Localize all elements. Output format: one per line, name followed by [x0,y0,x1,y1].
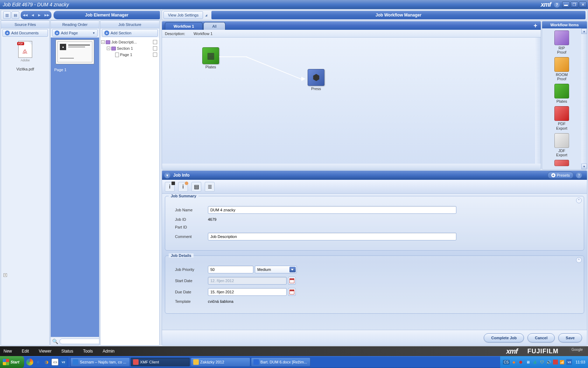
ql-desktop-icon[interactable]: ▭ [51,359,58,366]
canvas-vscrollbar[interactable] [535,38,541,164]
page-search-input[interactable] [59,339,99,344]
help-icon[interactable]: ? [554,1,560,8]
tray-vnc-icon[interactable]: V2 [566,359,572,365]
items-scrollbar[interactable]: ▲ ▼ [581,28,587,169]
checkbox[interactable] [153,40,157,44]
tray-icon[interactable]: 🖥 [525,359,531,365]
info-tab-4[interactable]: ≣ [205,182,215,192]
tray-icon[interactable]: 🔊 [546,359,552,365]
ql-media-icon[interactable]: ◑ [43,359,50,366]
workflow-node-plates[interactable]: ▦ Plates [202,47,219,69]
add-documents-button[interactable]: + Add Documents [2,29,48,37]
help-icon[interactable]: ? [576,172,582,178]
tab-workflow-1[interactable]: Workflow 1 [165,22,203,30]
ql-vnc-icon[interactable]: V2 [60,359,67,366]
nav-next-icon[interactable]: ▶ [38,13,41,17]
checkbox[interactable] [153,46,157,50]
collapse-icon[interactable]: ⌃ [576,198,582,203]
start-button[interactable]: Start [0,356,24,368]
close-button[interactable]: ✕ [579,1,587,8]
view-job-settings-button[interactable]: View Job Settings [163,11,203,19]
tool-button-2[interactable]: ▤ [12,11,19,19]
nav-prev-icon[interactable]: ◀ [31,13,34,17]
expand-icon[interactable]: + [4,273,7,277]
plus-icon: + [55,30,59,35]
workflow-canvas[interactable]: ▦ Plates ⬢ Press [162,38,535,164]
dropdown-dot-icon[interactable]: ◢ [205,14,207,17]
taskbar-item[interactable]: Zakázky 2012 [191,357,250,367]
workflow-item[interactable]: PDFExport [542,106,581,130]
canvas-hscrollbar[interactable] [162,164,541,169]
presets-button[interactable]: + Presets [547,172,574,179]
save-button[interactable]: Save [558,333,582,342]
menu-viewer[interactable]: Viewer [39,349,51,354]
page-thumbnail[interactable]: ■ Page 1 [53,40,97,72]
tray-icon[interactable]: 🛡 [539,359,545,365]
tray-icon[interactable] [553,360,558,364]
add-section-button[interactable]: + Add Section [102,29,158,37]
info-tab-3[interactable]: ▤ [191,182,201,192]
collapse-icon[interactable]: − [107,47,110,50]
start-date-calendar-button[interactable] [288,277,296,285]
language-indicator[interactable]: CS [503,360,510,364]
menu-tools[interactable]: Tools [83,349,93,354]
menu-admin[interactable]: Admin [103,349,114,354]
tool-button-1[interactable]: ▥ [3,11,11,19]
cancel-button[interactable]: Cancel [527,333,555,342]
info-tab-2[interactable]: i [178,182,188,192]
tray-icon[interactable]: ◆ [511,359,517,365]
tree-row-page[interactable]: Page 1 [101,52,159,58]
ql-ie-icon[interactable]: e [35,359,42,366]
complete-job-button[interactable]: Complete Job [484,333,524,342]
collapse-icon[interactable]: ⌃ [576,257,582,263]
menu-status[interactable]: Status [61,349,73,354]
tray-icon[interactable]: 📶 [559,359,565,365]
due-date-input[interactable] [208,288,287,296]
menu-new[interactable]: New [4,349,12,354]
reading-order-header[interactable]: Reading Order [51,21,99,28]
calendar-icon [289,278,294,283]
add-page-button[interactable]: + Add Page ▼ [52,29,98,37]
zoom-icon[interactable]: 🔍 [52,339,58,344]
taskbar-item[interactable]: Seznam – Najdu tam, co ... [70,357,130,367]
due-date-label: Due Date [175,290,206,294]
job-structure-header[interactable]: Job Structure [100,21,159,28]
tree-row-root[interactable]: − Job Descripti... [101,39,159,45]
taskbar-item[interactable]: XMF Client [131,357,190,367]
workflow-item[interactable]: ROOMProof [542,57,581,81]
workflow-node-press[interactable]: ⬢ Press [308,69,324,91]
add-tab-button[interactable]: + [533,22,537,29]
source-file-item[interactable]: PDF ⩓ Adobe Vizitka.pdf [15,41,36,71]
minimize-button[interactable]: ▬ [562,1,570,8]
tab-all[interactable]: All [203,22,225,30]
menu-edit[interactable]: Edit [22,349,29,354]
priority-input[interactable] [208,266,253,273]
nav-last-icon[interactable]: ▶▶ [44,13,49,17]
tray-icon[interactable]: ⬣ [518,359,524,365]
collapse-icon[interactable]: − [101,40,105,44]
priority-level-select[interactable]: Medium [255,266,297,273]
part-id-label: Part ID [175,225,206,229]
source-files-header[interactable]: Source Files [1,21,49,28]
scroll-down-icon[interactable]: ▼ [581,164,587,169]
google-badge[interactable]: Google [570,347,584,352]
tree-row-section[interactable]: − Section 1 [101,45,159,52]
taskbar-item[interactable]: Bart. DUM 6.docx [Režim... [251,357,310,367]
job-name-input[interactable] [208,206,456,214]
workflow-item[interactable]: RIPProof [542,30,581,54]
scroll-up-icon[interactable]: ▲ [581,28,587,34]
app-icon [193,359,199,365]
info-tab-1[interactable]: i [165,182,175,192]
tray-icon[interactable]: 🖨 [532,359,538,365]
ql-chrome-icon[interactable] [26,359,33,366]
workflow-item[interactable]: Plates [542,84,581,103]
workflow-item[interactable]: JDFExport [542,133,581,157]
comment-input[interactable] [208,233,456,240]
checkbox[interactable] [153,53,157,57]
nav-first-icon[interactable]: ◀◀ [23,13,28,17]
collapse-button[interactable]: ▼ [164,172,170,178]
clock[interactable]: 11:03 [575,360,585,364]
due-date-calendar-button[interactable] [288,288,296,296]
workflow-item-partial[interactable] [542,160,581,166]
maximize-button[interactable]: ❐ [570,1,578,8]
